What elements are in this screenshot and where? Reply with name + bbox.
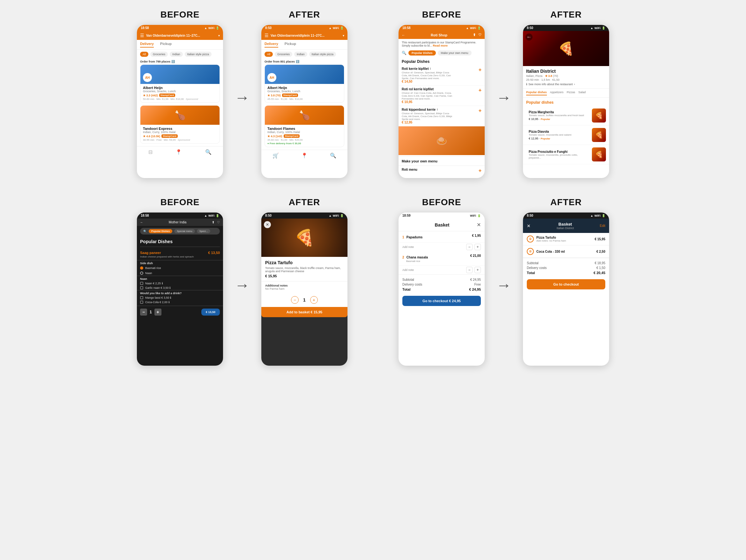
pill-indian-tla[interactable]: Indian [294, 52, 307, 57]
speci-pill-blb[interactable]: Speci... [197, 229, 210, 233]
dish-desc-blb: Indian cheese prepared with herbs and sp… [137, 255, 223, 260]
qty-plus-1-brb[interactable]: + [475, 244, 481, 250]
add-dish-2-trb[interactable]: + [479, 87, 482, 93]
checkout-btn-brb[interactable]: Go to checkout € 24,95 [402, 296, 481, 306]
location-icon-tla[interactable]: 📍 [301, 152, 308, 159]
checkbox-cocacola [140, 301, 143, 304]
search-icon-nav-tla[interactable]: 🔍 [330, 152, 336, 159]
drink-option-1-blb[interactable]: Mango lassi € 3,50 ℹ [137, 296, 223, 300]
qty-minus-2-brb[interactable]: − [466, 267, 472, 273]
qty-minus-bla[interactable]: − [291, 296, 299, 304]
add-roti-menu[interactable]: + [479, 168, 482, 174]
restaurant-card-1-tla[interactable]: AH Albert Heijn Groceries, Snacks, Lunch… [264, 64, 344, 103]
qty-minus-blb[interactable]: − [140, 309, 147, 315]
arrow-1: → [229, 89, 255, 106]
tab-delivery-tlb[interactable]: Delivery [140, 42, 154, 48]
naan-option-2-blb[interactable]: Garlic naan € 3,50 ℹ [137, 286, 223, 290]
qty-plus-blb[interactable]: + [154, 309, 162, 315]
restaurant-card-1-tlb[interactable]: AH Albert Heijn Groceries, Snacks, Lunch… [140, 64, 220, 103]
phone-group-bottom-right-before: 18:59 WiFi🔋 Basket ✕ 1 Pa [399, 213, 485, 366]
search-bar-trb[interactable]: 🔍 Popular Dishes Make your own menu [399, 49, 485, 57]
dish-name-blb: Saag paneer € 13,50 [137, 248, 223, 255]
heart-icon-trb[interactable]: ♡ [478, 33, 482, 37]
add-to-basket-btn-bla[interactable]: Add to basket € 15,95 [261, 307, 347, 317]
restaurant-card-2-tla[interactable]: 🍗 Tandoori Flames Indian, Curry, 100% Ha… [264, 105, 344, 147]
dish-price-1-trb: € 14,50 [402, 80, 453, 83]
basket-edit-bra[interactable]: Edit [600, 224, 605, 227]
pill-groceries-tlb[interactable]: Groceries [150, 52, 168, 57]
side-option-2-blb[interactable]: Naan [137, 271, 223, 276]
restaurant-card-2-tlb[interactable]: 🍗 Tandoori Express Indian, Curry, 100% H… [140, 105, 220, 144]
add-dish-3-trb[interactable]: + [479, 108, 482, 114]
location-icon[interactable]: 📍 [175, 149, 182, 155]
pizza-dish-3-tra[interactable]: Pizza Prosciutto e Funghi Tomato sauce, … [523, 145, 609, 164]
qty-minus-1-brb[interactable]: − [466, 244, 472, 250]
pizza-detail-price-bla: € 15,95 [265, 274, 344, 278]
basket-title-bra: Basket [556, 222, 574, 227]
share-icon-trb[interactable]: ⬆ [473, 33, 476, 37]
pizza-photo-tra: ← 🍕 [523, 31, 609, 66]
special-menu-pill-blb[interactable]: Special menu [174, 229, 195, 233]
pill-italian-tlb[interactable]: Italian style pizza [185, 52, 212, 57]
hamburger-icon-tlb[interactable]: ☰ [140, 33, 144, 38]
go-checkout-btn-bra[interactable]: Go to checkout [527, 279, 605, 289]
tab-pickup-tlb[interactable]: Pickup [160, 42, 172, 48]
pill-italian-tla[interactable]: Italian style pizza [309, 52, 336, 57]
pill-indian-tlb[interactable]: Indian [170, 52, 183, 57]
qty-plus-bla[interactable]: + [310, 296, 318, 304]
popular-pill-trb[interactable]: Popular Dishes [408, 50, 436, 56]
meta-2-tla: 35-60 min · €1,99 · Min. €20,00 [267, 139, 341, 141]
search-icon-nav[interactable]: 🔍 [205, 149, 211, 155]
back-arrow-tra[interactable]: ← [525, 33, 533, 40]
pill-all-tlb[interactable]: All [140, 52, 148, 57]
add-dish-1-trb[interactable]: + [479, 67, 482, 73]
cat-tab-salad[interactable]: Salad [578, 91, 586, 95]
basket-icon[interactable]: 🛒 [272, 152, 279, 159]
drink-option-2-blb[interactable]: Coca-Cola € 2,00 ℹ [137, 300, 223, 304]
side-option-1-blb[interactable]: Basmati rice [137, 265, 223, 271]
popular-dishes-pill-blb[interactable]: Popular Dishes [149, 229, 172, 233]
pizza-dish-1-tra[interactable]: Pizza Margherita Tomato sauce, buffalo m… [523, 106, 609, 125]
pill-all-tla[interactable]: All [264, 52, 273, 57]
close-btn-bla[interactable]: ✕ [264, 221, 271, 228]
filter-icon[interactable]: ⊟ [148, 149, 152, 155]
before-title-2: BEFORE [399, 9, 485, 20]
back-arrow-blb[interactable]: ← [140, 221, 143, 224]
hamburger-icon-tla[interactable]: ☰ [264, 33, 269, 38]
make-own-pill-trb[interactable]: Make your own menu [438, 50, 471, 56]
tab-bar-tlb[interactable]: Delivery Pickup [137, 40, 223, 50]
restaurant-img-1-tlb: AH [140, 65, 220, 84]
basket-close-bra[interactable]: ✕ [527, 223, 530, 228]
qty-plus-2-brb[interactable]: + [475, 267, 481, 273]
status-bar-blb: 18:58 ▲WiFi🔋 [137, 213, 223, 219]
status-bar-brb: 18:59 WiFi🔋 [399, 213, 485, 219]
after-label-1: AFTER [261, 9, 347, 25]
pizza-dish-2-tra[interactable]: Pizza Diavola Tomato sauce, mozzarella a… [523, 125, 609, 145]
after-title-2: AFTER [523, 9, 609, 20]
naan-option-1-blb[interactable]: Naan € 2,25 ℹ [137, 281, 223, 286]
basket-subtitle-bra: Italian District [556, 227, 574, 230]
back-arrow-trb[interactable]: ← [402, 33, 405, 37]
add-basket-blb[interactable]: € 13,50 [201, 309, 220, 315]
basket-close-icon-brb[interactable]: ✕ [477, 222, 481, 228]
share-icon-blb[interactable]: ⬆ [212, 221, 214, 224]
see-more-link-tra[interactable]: ℹ See more info about the restaurant › [526, 83, 606, 86]
cat-tab-appetizers[interactable]: Appetizers [550, 91, 564, 95]
before-title-4: BEFORE [399, 197, 485, 207]
cat-tab-pizzas[interactable]: Pizzas [567, 91, 575, 95]
phone-group-top-right-after: 8:50 ▲WiFi🔋 ← 🍕 Italian District Italian [523, 25, 609, 178]
tab-delivery-tla[interactable]: Delivery [264, 42, 278, 48]
tab-pickup-tla[interactable]: Pickup [285, 42, 296, 48]
category-tabs-tra[interactable]: Popular dishes Appetizers Pizzas Salad [523, 89, 609, 97]
side-dish-title-blb: Side dish [137, 260, 223, 265]
make-own-menu-trb[interactable]: Make your own menu [399, 156, 485, 166]
total-row-bra: Total € 20,45 [527, 271, 605, 275]
restaurant-img-2-tla: 🍗 [265, 106, 344, 125]
heart-icon-blb[interactable]: ♡ [217, 221, 220, 224]
dark-search-blb[interactable]: 🔍 Popular Dishes Special menu Speci... [140, 228, 220, 234]
cat-tab-popular[interactable]: Popular dishes [526, 91, 547, 95]
status-time-bla: 8:50 [265, 214, 271, 217]
basket-header-bra: ✕ Basket Italian District Edit [523, 219, 609, 233]
tab-bar-tla[interactable]: Delivery Pickup [261, 40, 347, 50]
pill-groceries-tla[interactable]: Groceries [275, 52, 292, 57]
